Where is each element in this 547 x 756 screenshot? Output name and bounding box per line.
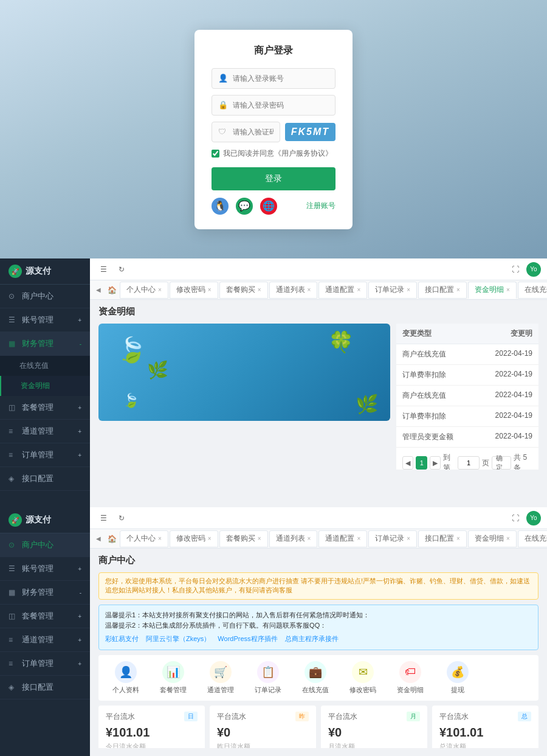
tab-order-2[interactable]: 订单记录 × — [368, 530, 417, 547]
quick-link-7[interactable]: 💰 提现 — [436, 661, 479, 695]
agree-checkbox[interactable] — [212, 150, 219, 158]
notice-link-2[interactable]: WordPress程序插件 — [218, 634, 277, 645]
refresh-btn-2[interactable]: ↻ — [114, 511, 129, 525]
page-next-btn[interactable]: ▶ — [430, 456, 441, 470]
register-link[interactable]: 注册账号 — [306, 201, 335, 211]
close-channel-list-2[interactable]: × — [308, 535, 311, 542]
quick-link-3[interactable]: 📋 订单记录 — [247, 661, 289, 695]
tab-api-config-2[interactable]: 接口配置 × — [418, 530, 467, 547]
quick-link-label-4: 在线充值 — [302, 685, 329, 695]
close-fund-2[interactable]: × — [506, 535, 510, 542]
stat-card-header-2: 平台流水 月 — [328, 712, 420, 722]
close-package-2[interactable]: × — [258, 535, 261, 542]
page-1-btn[interactable]: 1 — [416, 456, 427, 470]
sidebar-item-api-2[interactable]: ◈ 接口配置 — [0, 676, 90, 699]
close-api-1[interactable]: × — [456, 286, 460, 293]
page-input[interactable] — [458, 456, 480, 470]
close-package-1[interactable]: × — [258, 286, 261, 293]
sidebar-item-order-1[interactable]: ≡ 订单管理 + — [0, 443, 90, 467]
page-confirm-btn[interactable]: 确定 — [492, 456, 511, 470]
withdraw-icon: 💰 — [447, 661, 469, 683]
avatar-1[interactable]: Yo — [526, 262, 541, 277]
tab-password-2[interactable]: 修改密码 × — [170, 530, 218, 547]
tabs-prev-2[interactable]: ◀ — [92, 533, 105, 545]
captcha-image[interactable]: FK5MT — [285, 123, 335, 141]
sidebar-item-channel-2[interactable]: ≡ 通道管理 + — [0, 628, 90, 652]
close-channel-config-1[interactable]: × — [357, 286, 360, 293]
tab-recharge-1[interactable]: 在线充值 × — [518, 282, 547, 299]
stat-amount-2: ¥0 — [328, 726, 420, 740]
tab-recharge-2[interactable]: 在线充值 × — [518, 530, 547, 547]
refresh-btn-1[interactable]: ↻ — [114, 262, 129, 277]
sidebar-item-merchant-1[interactable]: ⊙ 商户中心 — [0, 285, 90, 308]
tab-package-1[interactable]: 套餐购买 × — [219, 282, 268, 299]
close-api-2[interactable]: × — [456, 535, 460, 542]
quick-link-4[interactable]: 💼 在线充值 — [294, 661, 337, 695]
sidebar-item-finance-2[interactable]: ▦ 财务管理 - — [0, 581, 90, 605]
password-input[interactable] — [233, 101, 329, 109]
username-input[interactable] — [233, 74, 329, 83]
tab-channel-config-1[interactable]: 通道配置 × — [318, 282, 367, 299]
tab-package-2[interactable]: 套餐购买 × — [219, 530, 268, 547]
quick-link-1[interactable]: 📊 套餐管理 — [152, 661, 194, 695]
tab-profile-1[interactable]: 个人中心 × — [120, 282, 168, 299]
avatar-2[interactable]: Yo — [526, 511, 541, 525]
sidebar-toggle-2[interactable]: ☰ — [96, 511, 111, 525]
page-prev-btn[interactable]: ◀ — [402, 456, 413, 470]
login-button[interactable]: 登录 — [212, 167, 335, 190]
close-order-1[interactable]: × — [407, 286, 410, 293]
sidebar-item-merchant-2[interactable]: ⊙ 商户中心 — [0, 533, 90, 557]
sidebar-item-channel-1[interactable]: ≡ 通道管理 + — [0, 420, 90, 443]
sidebar-item-package-1[interactable]: ◫ 套餐管理 + — [0, 396, 90, 420]
quick-link-6[interactable]: 🏷 资金明细 — [389, 661, 432, 695]
fund-banner: 🍃 🌿 🍀 🍃 🌿 — [98, 324, 390, 421]
sidebar-item-account-2[interactable]: ☰ 账号管理 + — [0, 557, 90, 581]
tab-home-1[interactable]: 🏠 — [105, 283, 119, 297]
tab-api-config-1[interactable]: 接口配置 × — [418, 282, 467, 299]
notice-link-0[interactable]: 彩虹易支付 — [105, 634, 139, 645]
tab-channel-list-1[interactable]: 通道列表 × — [269, 282, 318, 299]
sidebar-sub-fund-1[interactable]: 资金明细 — [0, 376, 90, 396]
fullscreen-btn-2[interactable]: ⛶ — [508, 511, 523, 525]
weibo-login-button[interactable]: 🌐 — [260, 198, 277, 215]
tab-channel-config-2[interactable]: 通道配置 × — [318, 530, 367, 547]
close-profile-2[interactable]: × — [158, 535, 162, 542]
quick-link-5[interactable]: ✉ 修改密码 — [342, 661, 384, 695]
sidebar-toggle-1[interactable]: ☰ — [96, 262, 111, 277]
close-channel-list-1[interactable]: × — [308, 286, 311, 293]
tabs-prev-1[interactable]: ◀ — [92, 284, 105, 296]
sidebar-item-account-1[interactable]: ☰ 账号管理 + — [0, 308, 90, 332]
leaf-2: 🌿 — [147, 360, 168, 380]
tab-home-2[interactable]: 🏠 — [105, 532, 119, 546]
tab-channel-list-2[interactable]: 通道列表 × — [269, 530, 318, 547]
sidebar-item-package-2[interactable]: ◫ 套餐管理 + — [0, 605, 90, 628]
sidebar-sub-recharge-1[interactable]: 在线充值 — [0, 356, 90, 376]
stat-badge-0: 日 — [184, 712, 198, 721]
tab-profile-2[interactable]: 个人中心 × — [120, 530, 168, 547]
tab-order-1[interactable]: 订单记录 × — [368, 282, 417, 299]
fullscreen-btn-1[interactable]: ⛶ — [508, 262, 523, 277]
page-title-1: 资金明细 — [98, 306, 538, 317]
notice-link-3[interactable]: 总商主程序承接件 — [285, 634, 339, 645]
close-channel-config-2[interactable]: × — [357, 535, 360, 542]
tab-password-1[interactable]: 修改密码 × — [170, 282, 218, 299]
agree-text: 我已阅读并同意《用户服务协议》 — [223, 148, 332, 159]
captcha-input[interactable] — [233, 128, 274, 136]
tab-fund-detail-2[interactable]: 资金明细 × — [468, 530, 517, 547]
close-password-2[interactable]: × — [208, 535, 212, 542]
wechat-login-button[interactable]: 💬 — [236, 198, 253, 215]
sidebar-item-order-2[interactable]: ≡ 订单管理 + — [0, 652, 90, 676]
close-password-1[interactable]: × — [208, 286, 212, 293]
notice-link-1[interactable]: 阿里云引擎（Zkeys） — [146, 634, 210, 645]
qq-login-button[interactable]: 🐧 — [212, 198, 229, 215]
quick-link-0[interactable]: 👤 个人资料 — [105, 661, 147, 695]
tab-fund-detail-1[interactable]: 资金明细 × — [468, 282, 517, 299]
page-content-2: 商户中心 您好，欢迎使用本系统，平台每日会对交易流水大的商户进行抽查 请不要用于… — [90, 549, 547, 756]
shield-icon: 🛡 — [218, 127, 228, 137]
quick-link-2[interactable]: 🛒 通道管理 — [199, 661, 242, 695]
sidebar-item-api-1[interactable]: ◈ 接口配置 — [0, 467, 90, 491]
close-fund-1[interactable]: × — [506, 286, 510, 293]
close-profile-1[interactable]: × — [158, 286, 162, 293]
close-order-2[interactable]: × — [407, 535, 410, 542]
sidebar-item-finance-1[interactable]: ▦ 财务管理 - — [0, 332, 90, 356]
